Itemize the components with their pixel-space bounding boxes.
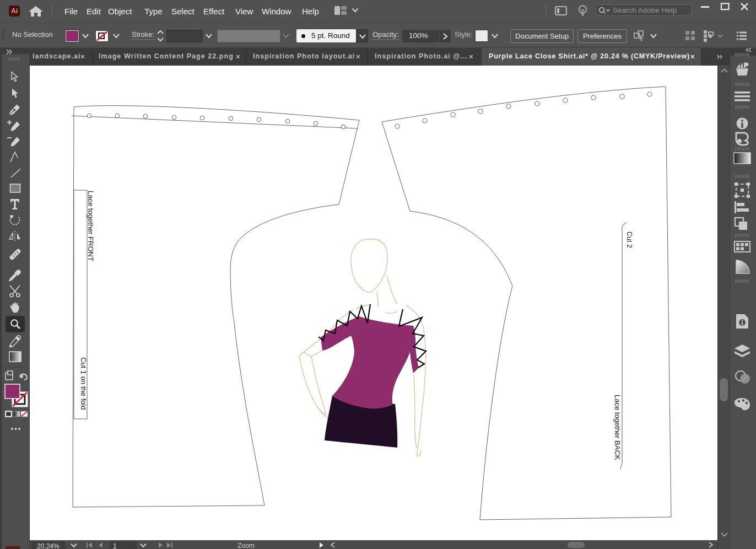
svg-text:Cut 2: Cut 2	[625, 232, 633, 248]
svg-text:Lace together FRONT: Lace together FRONT	[87, 191, 95, 261]
svg-text:Lace together BACK: Lace together BACK	[613, 395, 622, 460]
svg-text:Cut 1 on the fold: Cut 1 on the fold	[79, 357, 88, 410]
